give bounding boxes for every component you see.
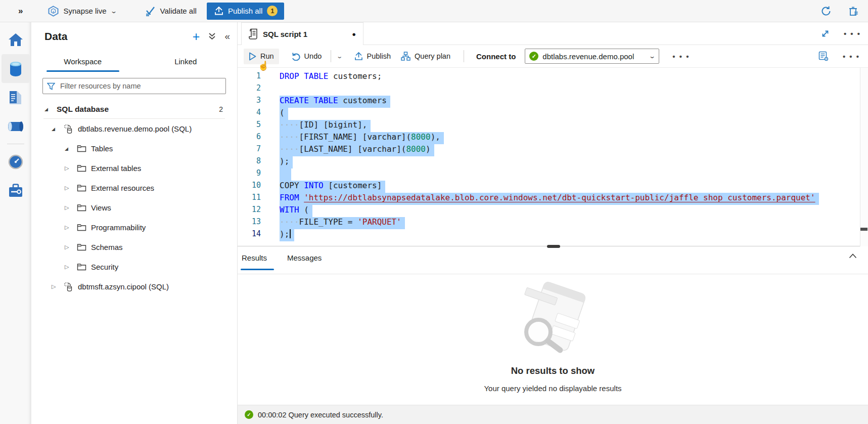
code-line-12[interactable]: 12WITH ( [238, 205, 868, 217]
expand-menu-icon[interactable]: » [15, 5, 26, 17]
tree-item-label: SQL database [57, 105, 109, 114]
code-line-7[interactable]: 7····[LAST_NAME] [varchar](8000) [238, 144, 868, 156]
code-line-1[interactable]: 1DROP TABLE customers; [238, 71, 868, 83]
code-line-6[interactable]: 6····[FIRST_NAME] [varchar](8000), [238, 132, 868, 144]
code-line-13[interactable]: 13····FILE_TYPE = 'PARQUET' [238, 217, 868, 229]
tree-item[interactable]: ◢SQL database2 [31, 99, 237, 119]
line-number[interactable]: 6 [238, 132, 261, 144]
code-token: customers; [328, 71, 382, 81]
tree-item[interactable]: ▷Security [31, 257, 237, 277]
tree-item-label: dbtmsft.azsyn.cipool (SQL) [78, 282, 169, 291]
editor-scrollbar[interactable] [860, 68, 868, 246]
collapsed-twisty-icon[interactable]: ▷ [65, 165, 77, 172]
line-number[interactable]: 12 [238, 205, 261, 217]
tab-results[interactable]: Results [242, 253, 267, 262]
query-plan-icon [401, 52, 410, 61]
code-line-8[interactable]: 8); [238, 156, 868, 168]
manage-icon[interactable] [2, 176, 30, 205]
code-line-3[interactable]: 3CREATE TABLE customers [238, 96, 868, 108]
run-button[interactable]: Run [244, 49, 279, 64]
line-number[interactable]: 4 [238, 108, 261, 120]
code-text: ····[FIRST_NAME] [varchar](8000), [280, 132, 444, 144]
collapse-results-chevron-icon[interactable] [849, 253, 857, 259]
code-token: [customers] [324, 181, 382, 190]
code-line-10[interactable]: 10COPY INTO [customers] [238, 181, 868, 193]
collapse-panel-icon[interactable]: « [224, 31, 230, 42]
refresh-icon[interactable] [819, 5, 833, 18]
publish-label: Publish [367, 52, 391, 60]
collapsed-twisty-icon[interactable]: ▷ [65, 244, 77, 250]
publish-button[interactable]: Publish [349, 48, 396, 64]
code-line-5[interactable]: 5····[ID] [bigint], [238, 120, 868, 132]
scrollbar-thumb[interactable] [860, 228, 867, 231]
monitor-icon[interactable] [2, 147, 30, 176]
run-options-chevron-icon[interactable]: ⌄ [336, 53, 343, 60]
expanded-twisty-icon[interactable]: ◢ [44, 107, 57, 112]
line-number[interactable]: 3 [238, 96, 261, 108]
line-number[interactable]: 13 [238, 217, 261, 229]
query-plan-button[interactable]: Query plan [396, 48, 455, 64]
collapsed-twisty-icon[interactable]: ▷ [65, 224, 77, 231]
line-number[interactable]: 14 [238, 229, 261, 241]
collapsed-twisty-icon[interactable]: ▷ [65, 264, 77, 270]
code-line-2[interactable]: 2 [238, 83, 868, 96]
collapsed-twisty-icon[interactable]: ▷ [65, 204, 77, 211]
tab-workspace[interactable]: Workspace [31, 52, 134, 71]
splitter-handle[interactable] [547, 245, 560, 248]
tab-linked[interactable]: Linked [134, 52, 238, 71]
tab-title: SQL script 1 [263, 30, 307, 38]
undo-button[interactable]: Undo [286, 49, 327, 64]
collapsed-twisty-icon[interactable]: ▷ [52, 283, 64, 290]
tree-item[interactable]: ▷Schemas [31, 237, 237, 257]
line-number[interactable]: 5 [238, 120, 261, 132]
tree-item[interactable]: ▷External tables [31, 158, 237, 178]
rail-divider [7, 144, 24, 144]
add-resource-icon[interactable]: + [193, 31, 200, 41]
code-token: ···· [280, 120, 299, 130]
line-number[interactable]: 2 [238, 83, 261, 96]
tree-item[interactable]: ▷Views [31, 198, 237, 218]
query-status-bar: ✓ 00:00:02 Query executed successfully. [238, 405, 868, 424]
integrate-icon[interactable] [2, 112, 30, 141]
filter-input[interactable] [59, 81, 221, 91]
code-line-9[interactable]: 9 [238, 168, 868, 181]
develop-icon[interactable] [2, 83, 30, 112]
tree-item[interactable]: ▷Programmability [31, 218, 237, 237]
pool-select-dropdown[interactable]: ✓ dbtlabs.revenue.demo.pool ⌄ [525, 49, 659, 64]
discard-trash-icon[interactable] [847, 5, 860, 18]
line-number[interactable]: 10 [238, 181, 261, 193]
expand-editor-icon[interactable] [820, 28, 831, 39]
code-line-14[interactable]: 14); [238, 229, 868, 241]
line-number[interactable]: 1 [238, 71, 261, 83]
code-token: ); [280, 229, 289, 239]
line-number[interactable]: 7 [238, 144, 261, 156]
code-line-4[interactable]: 4( [238, 108, 868, 120]
tree-item[interactable]: ◢dbtlabs.revenue.demo.pool (SQL) [31, 119, 237, 139]
tab-messages[interactable]: Messages [287, 253, 322, 262]
tab-sql-script-1[interactable]: SQL script 1 ● [241, 22, 363, 45]
toolbar-more-icon[interactable]: • • • [672, 52, 690, 61]
expanded-twisty-icon[interactable]: ◢ [52, 126, 64, 132]
tab-more-actions-icon[interactable]: • • • [844, 29, 861, 38]
properties-icon[interactable] [817, 50, 830, 62]
no-results-illustration [507, 278, 598, 362]
collapse-all-icon[interactable] [208, 32, 216, 40]
toolbar-overflow-icon[interactable]: • • • [843, 52, 860, 61]
line-number[interactable]: 8 [238, 156, 261, 168]
sql-editor[interactable]: 1DROP TABLE customers;23CREATE TABLE cus… [238, 68, 868, 246]
validate-all-button[interactable]: Validate all [143, 4, 199, 18]
mode-selector[interactable]: Synapse live ⌄ [48, 6, 116, 17]
home-icon[interactable] [2, 25, 30, 54]
publish-all-button[interactable]: Publish all 1 [207, 3, 284, 20]
data-icon[interactable] [2, 54, 30, 83]
collapsed-twisty-icon[interactable]: ▷ [65, 185, 77, 191]
code-token: ···· [280, 144, 299, 154]
tree-item[interactable]: ◢Tables [31, 139, 237, 158]
line-number[interactable]: 11 [238, 193, 261, 205]
line-number[interactable]: 9 [238, 168, 261, 181]
expanded-twisty-icon[interactable]: ◢ [65, 146, 77, 151]
code-line-11[interactable]: 11FROM 'https://dbtlabsynapsedatalake.bl… [238, 193, 868, 205]
tree-item[interactable]: ▷dbtmsft.azsyn.cipool (SQL) [31, 277, 237, 296]
validate-icon [145, 6, 156, 16]
tree-item[interactable]: ▷External resources [31, 178, 237, 198]
